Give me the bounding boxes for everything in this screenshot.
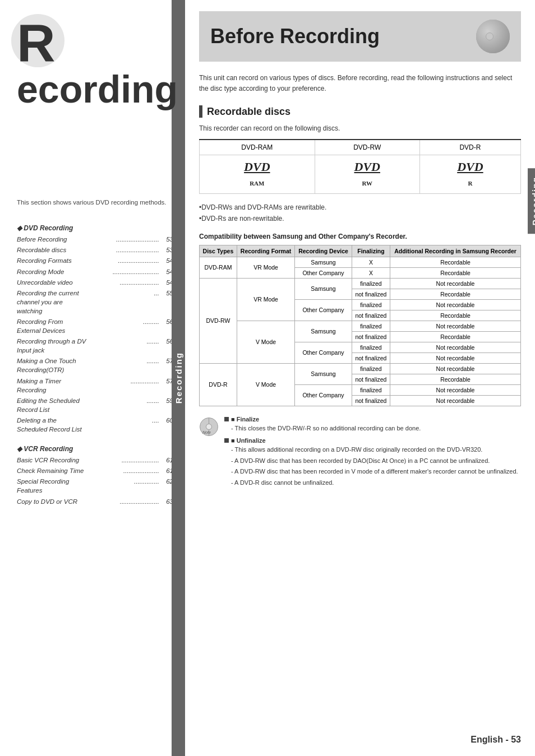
dvd-r-logo: DVD R xyxy=(419,155,520,194)
section-title-bar xyxy=(199,105,202,118)
toc-item-label: Making a Timer Recording xyxy=(17,377,88,395)
toc-item-dots: ....... xyxy=(88,337,159,355)
title-recording: ecording xyxy=(17,68,178,110)
finalizing-finalized-4: finalized xyxy=(352,342,390,353)
finalizing-not-finalized-2: not finalized xyxy=(352,310,390,321)
disc-dvd-ram: DVD-RAM xyxy=(200,257,237,278)
disc-bullet-item: •DVD-RWs and DVD-RAMs are rewritable. xyxy=(199,202,521,213)
additional-recordable-2: Recordable xyxy=(390,267,521,278)
unfinalize-item: - A DVD-RW disc that has been recorded i… xyxy=(231,467,521,476)
dvd-toc-items: Before Recording........................… xyxy=(17,235,173,434)
svg-text:Note: Note xyxy=(202,430,211,434)
additional-not-rec-3: Not recordable xyxy=(390,321,521,331)
toc-item-dots: ........................ xyxy=(88,235,159,244)
dvd-ram-logo: DVD RAM xyxy=(200,155,315,194)
format-vr-mode-ram: VR Mode xyxy=(237,257,294,278)
side-tab-text: Recording xyxy=(531,177,535,225)
unfinalize-item: - A DVD-R disc cannot be unfinalized. xyxy=(231,478,521,488)
toc-item-label: Deleting a the Scheduled Record List xyxy=(17,416,88,434)
disc-bullet-item: •DVD-Rs are non-rewritable. xyxy=(199,214,521,224)
toc-item-label: Editing the Scheduled Record List xyxy=(17,396,88,414)
toc-item-dots: ...................... xyxy=(88,497,159,506)
additional-not-rec-7: Not recordable xyxy=(390,384,521,395)
finalize-header: ■ Finalize xyxy=(224,415,521,424)
toc-item-dots: ....... xyxy=(88,396,159,414)
toc-item-label: Recording Mode xyxy=(17,267,88,276)
finalizing-finalized-5: finalized xyxy=(352,363,390,374)
toc-section: ◆ DVD Recording Before Recording........… xyxy=(17,224,173,505)
before-recording-header: Before Recording xyxy=(199,11,521,62)
additional-recordable-1: Recordable xyxy=(390,257,521,267)
toc-item: Recording through a DV Input jack.......… xyxy=(17,337,173,355)
vertical-side-label: Recording xyxy=(172,0,185,756)
unfinalize-title: ■ Unfinalize xyxy=(231,436,266,446)
finalize-square-icon xyxy=(224,417,229,421)
toc-item: Recording From External Devices.........… xyxy=(17,317,173,335)
toc-item: Recording the current channel you are wa… xyxy=(17,289,173,316)
toc-item-dots: ...................... xyxy=(88,278,159,287)
finalizing-finalized-3: finalized xyxy=(352,321,390,331)
additional-not-rec-5: Not recordable xyxy=(390,353,521,363)
additional-recordable-4: Recordable xyxy=(390,310,521,321)
note-content: ■ Finalize - This closes the DVD-RW/-R s… xyxy=(224,415,521,490)
additional-not-rec-4: Not recordable xyxy=(390,342,521,353)
title-row: R ecording xyxy=(17,17,173,108)
vcr-toc-category: ◆ VCR Recording xyxy=(17,445,173,453)
unfinalize-item: - A DVD-RW disc that has been recorded b… xyxy=(231,456,521,466)
disc-dvd-rw: DVD-RW xyxy=(200,278,237,363)
col-recording-format: Recording Format xyxy=(237,245,294,257)
toc-item: Basic VCR Recording.....................… xyxy=(17,456,173,465)
finalize-title: ■ Finalize xyxy=(231,415,259,424)
toc-item-dots: ... xyxy=(88,289,159,316)
toc-item-label: Check Remaining Time xyxy=(17,466,88,475)
toc-item: Making a One Touch Recording(OTR).......… xyxy=(17,356,173,374)
disc-dvd-r: DVD-R xyxy=(200,363,237,406)
right-panel: Before Recording This unit can record on… xyxy=(185,0,535,756)
toc-item-label: Recording the current channel you are wa… xyxy=(17,289,88,316)
side-tab: Recording xyxy=(528,168,535,234)
recordable-section-title: Recordable discs xyxy=(199,105,521,118)
note-icon-area: Note xyxy=(199,415,219,490)
toc-item: Recording Mode..........................… xyxy=(17,267,173,276)
toc-item-dots: .......................... xyxy=(88,267,159,276)
finalize-section: ■ Finalize - This closes the DVD-RW/-R s… xyxy=(224,415,521,433)
format-vr-mode-rw: VR Mode xyxy=(237,278,294,321)
toc-item-label: Unrecordable video xyxy=(17,278,88,287)
note-disc-icon: Note xyxy=(199,417,219,437)
toc-item-dots: ....................... xyxy=(88,256,159,265)
toc-item: Check Remaining Time....................… xyxy=(17,466,173,475)
additional-recordable-3: Recordable xyxy=(390,289,521,299)
before-recording-title: Before Recording xyxy=(210,25,380,48)
unfinalize-section: ■ Unfinalize - This allows additional re… xyxy=(224,436,521,488)
toc-item-dots: .................... xyxy=(88,466,159,475)
unfinalize-square-icon xyxy=(224,438,229,443)
dvd-rw-header: DVD-RW xyxy=(315,140,419,155)
device-samsung-2: Samsung xyxy=(295,278,352,299)
disc-icon xyxy=(476,20,510,53)
toc-item-label: Basic VCR Recording xyxy=(17,456,88,465)
toc-item: Editing the Scheduled Record List.......… xyxy=(17,396,173,414)
footer: English - 53 xyxy=(471,735,521,745)
additional-recordable-6: Recordable xyxy=(390,374,521,384)
unfinalize-item: - This allows additional recording on a … xyxy=(231,445,521,454)
additional-recordable-5: Recordable xyxy=(390,331,521,342)
finalizing-finalized-1: finalized xyxy=(352,278,390,289)
toc-item-label: Recording through a DV Input jack xyxy=(17,337,88,355)
unfinalize-items: - This allows additional recording on a … xyxy=(224,445,521,487)
toc-item: Recording Formats.......................… xyxy=(17,256,173,265)
toc-item-dots: ..................... xyxy=(88,456,159,465)
compat-title: Compatibility between Samsung and Other … xyxy=(199,233,521,240)
col-additional: Additional Recording in Samsung Recorder xyxy=(390,245,521,257)
table-row: DVD-RW VR Mode Samsung finalized Not rec… xyxy=(200,278,521,289)
finalize-text: - This closes the DVD-RW/-R so no additi… xyxy=(224,424,521,433)
toc-item: Copy to DVD or VCR......................… xyxy=(17,497,173,506)
compat-table: Disc Types Recording Format Recording De… xyxy=(199,245,521,406)
intro-text: This unit can record on various types of… xyxy=(199,73,521,94)
recordable-title-text: Recordable discs xyxy=(207,106,290,118)
format-v-mode-r: V Mode xyxy=(237,363,294,406)
finalizing-not-finalized-3: not finalized xyxy=(352,331,390,342)
toc-item-label: Copy to DVD or VCR xyxy=(17,497,88,506)
dvd-types-table: DVD-RAM DVD-RW DVD-R DVD RAM DVD RW xyxy=(199,139,521,194)
unfinalize-header: ■ Unfinalize xyxy=(224,436,521,446)
device-other-4: Other Company xyxy=(295,384,352,406)
